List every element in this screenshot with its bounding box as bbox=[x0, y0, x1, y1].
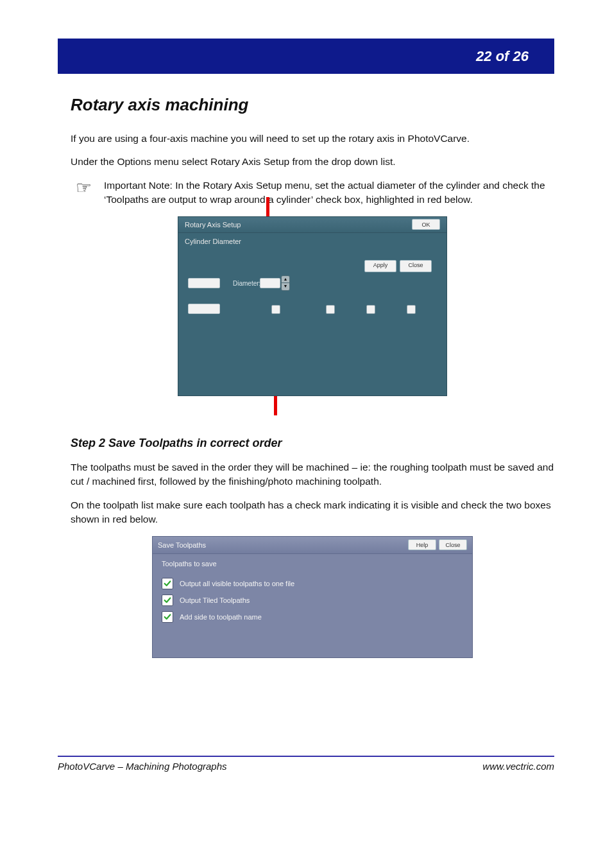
cylinder-diameter-heading: Cylinder Diameter bbox=[178, 233, 446, 247]
pointing-hand-icon: ☞ bbox=[71, 178, 96, 199]
check-icon bbox=[163, 612, 172, 621]
rotary-axis-setup-dialog: Rotary Axis Setup OK Cylinder Diameter D… bbox=[178, 216, 447, 396]
step-text: Under the Options menu select Rotary Axi… bbox=[71, 155, 554, 169]
note-row: ☞ Important Note: In the Rotary Axis Set… bbox=[71, 178, 554, 207]
page-counter: 22 of 26 bbox=[476, 48, 529, 65]
spinner-up-icon[interactable]: ▲ bbox=[282, 276, 289, 284]
aux-field-1[interactable] bbox=[188, 278, 220, 288]
option-checkbox-1[interactable] bbox=[162, 595, 173, 606]
page-footer: PhotoVCarve – Machining Photographs www.… bbox=[58, 756, 554, 772]
dialog-titlebar: Save Toolpaths Help Close bbox=[153, 537, 472, 554]
option-label: Add side to toolpath name bbox=[180, 612, 262, 623]
diameter-input[interactable] bbox=[260, 278, 280, 288]
wrap-checkbox[interactable] bbox=[271, 305, 280, 314]
toolpaths-to-save-heading: Toolpaths to save bbox=[153, 554, 472, 576]
step2-paragraph-2: On the toolpath list make sure each tool… bbox=[71, 498, 554, 527]
option-checkbox-1[interactable] bbox=[326, 305, 335, 314]
option-label: Output all visible toolpaths to one file bbox=[180, 579, 294, 589]
header-bar: 22 of 26 bbox=[58, 39, 554, 74]
dialog-titlebar: Rotary Axis Setup OK bbox=[178, 217, 446, 233]
option-row-1: Output Tiled Toolpaths bbox=[153, 592, 472, 609]
spinner-down-icon[interactable]: ▼ bbox=[282, 283, 289, 290]
option-label: Output Tiled Toolpaths bbox=[180, 596, 250, 606]
footer-left: PhotoVCarve – Machining Photographs bbox=[58, 761, 227, 772]
apply-button[interactable]: Apply bbox=[364, 260, 396, 272]
ok-button[interactable]: OK bbox=[412, 219, 440, 230]
check-icon bbox=[163, 579, 172, 588]
option-row-2: Add side to toolpath name bbox=[153, 609, 472, 625]
diameter-spinner[interactable]: ▲▼ bbox=[281, 275, 290, 291]
diameter-label: Diameter: bbox=[233, 279, 260, 289]
help-button[interactable]: Help bbox=[408, 539, 436, 550]
save-toolpaths-dialog: Save Toolpaths Help Close Toolpaths to s… bbox=[152, 536, 473, 658]
check-icon bbox=[163, 596, 172, 605]
dialog-title: Save Toolpaths bbox=[158, 537, 206, 553]
section-title: Rotary axis machining bbox=[71, 93, 554, 117]
step2-heading: Step 2 Save Toolpaths in correct order bbox=[71, 435, 554, 451]
option-checkbox-2[interactable] bbox=[366, 305, 375, 314]
dialog-title: Rotary Axis Setup bbox=[185, 217, 241, 232]
close-button[interactable]: Close bbox=[400, 260, 432, 272]
option-checkbox-2[interactable] bbox=[162, 611, 173, 623]
footer-right: www.vectric.com bbox=[482, 761, 554, 772]
option-checkbox-3[interactable] bbox=[407, 305, 416, 314]
step2-paragraph-1: The toolpaths must be saved in the order… bbox=[71, 460, 554, 489]
aux-field-2[interactable] bbox=[188, 304, 220, 314]
intro-paragraph: If you are using a four-axis machine you… bbox=[71, 132, 554, 146]
close-button[interactable]: Close bbox=[439, 539, 467, 550]
option-checkbox-0[interactable] bbox=[162, 578, 173, 589]
page-content: Rotary axis machining If you are using a… bbox=[71, 93, 554, 772]
option-row-0: Output all visible toolpaths to one file bbox=[153, 575, 472, 592]
note-text: Important Note: In the Rotary Axis Setup… bbox=[104, 178, 554, 207]
